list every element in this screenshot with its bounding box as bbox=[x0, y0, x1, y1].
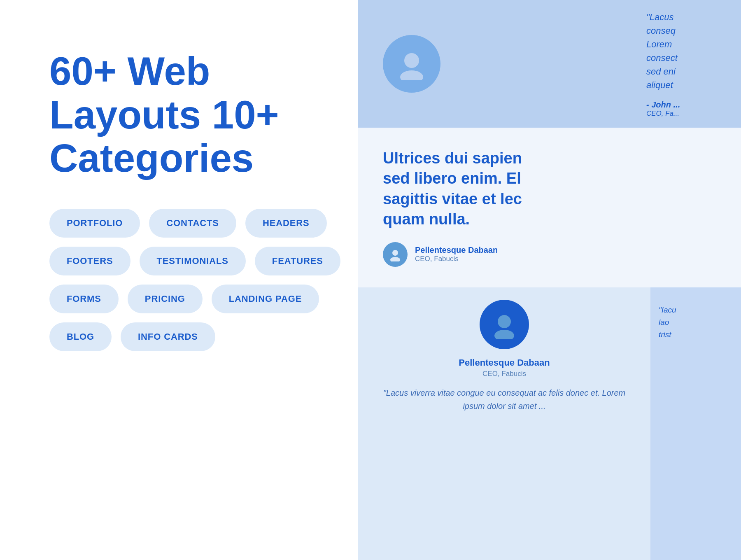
bottom-person-name: Pellentesque Dabaan bbox=[459, 357, 550, 368]
right-panel: "Lacus conseq Lorem consect sed eni aliq… bbox=[358, 0, 741, 560]
middle-person-name: Pellentesque Dabaan bbox=[415, 245, 498, 255]
svg-point-2 bbox=[392, 250, 398, 256]
svg-point-1 bbox=[400, 70, 423, 80]
tags-row-4: BLOG INFO CARDS bbox=[49, 322, 325, 351]
top-author-role: CEO, Fa... bbox=[646, 110, 729, 118]
side-quote-text: "Iaculaotrist bbox=[659, 304, 676, 341]
tag-landing-page[interactable]: LANDING PAGE bbox=[212, 285, 319, 313]
tag-contacts[interactable]: CONTACTS bbox=[149, 209, 236, 238]
left-panel: 60+ Web Layouts 10+ Categories PORTFOLIO… bbox=[0, 0, 358, 560]
bottom-avatar bbox=[480, 300, 529, 349]
tag-portfolio[interactable]: PORTFOLIO bbox=[49, 209, 140, 238]
middle-avatar bbox=[383, 242, 408, 267]
tag-forms[interactable]: FORMS bbox=[49, 285, 119, 313]
card-bottom-side: "Iaculaotrist bbox=[650, 287, 741, 560]
top-author-name: - John ... bbox=[646, 100, 729, 110]
card-bottom: Pellentesque Dabaan CEO, Fabucis "Lacus … bbox=[358, 287, 741, 560]
tag-footers[interactable]: FOOTERS bbox=[49, 247, 130, 275]
svg-point-0 bbox=[404, 53, 419, 68]
bottom-person-role: CEO, Fabucis bbox=[482, 370, 526, 378]
hero-line1: 60+ Web Layouts bbox=[49, 49, 210, 137]
tag-testimonials[interactable]: TESTIMONIALS bbox=[140, 247, 246, 275]
tag-info-cards[interactable]: INFO CARDS bbox=[121, 322, 215, 351]
hero-title: 60+ Web Layouts 10+ Categories bbox=[49, 49, 325, 180]
middle-person-info: Pellentesque Dabaan CEO, Fabucis bbox=[415, 245, 498, 263]
tag-blog[interactable]: BLOG bbox=[49, 322, 112, 351]
middle-person: Pellentesque Dabaan CEO, Fabucis bbox=[383, 242, 716, 267]
top-quote-text: "Lacus conseq Lorem consect sed eni aliq… bbox=[646, 10, 729, 92]
tags-row-3: FORMS PRICING LANDING PAGE bbox=[49, 285, 325, 313]
middle-quote: Ultrices dui sapien sed libero enim. El … bbox=[383, 148, 716, 230]
tags-grid: PORTFOLIO CONTACTS HEADERS FOOTERS TESTI… bbox=[49, 209, 325, 351]
tag-headers[interactable]: HEADERS bbox=[245, 209, 327, 238]
tags-row-1: PORTFOLIO CONTACTS HEADERS bbox=[49, 209, 325, 238]
tag-pricing[interactable]: PRICING bbox=[128, 285, 203, 313]
card-middle: Ultrices dui sapien sed libero enim. El … bbox=[358, 128, 741, 287]
avatar-top bbox=[383, 35, 440, 93]
svg-point-3 bbox=[390, 257, 400, 261]
svg-point-5 bbox=[494, 330, 514, 339]
middle-person-role: CEO, Fabucis bbox=[415, 255, 498, 263]
card-bottom-main: Pellentesque Dabaan CEO, Fabucis "Lacus … bbox=[358, 287, 650, 429]
bottom-quote-text: "Lacus viverra vitae congue eu consequat… bbox=[379, 386, 630, 413]
tags-row-2: FOOTERS TESTIMONIALS FEATURES bbox=[49, 247, 325, 275]
card-top: "Lacus conseq Lorem consect sed eni aliq… bbox=[358, 0, 741, 128]
tag-features[interactable]: FEATURES bbox=[255, 247, 340, 275]
svg-point-4 bbox=[498, 315, 511, 328]
